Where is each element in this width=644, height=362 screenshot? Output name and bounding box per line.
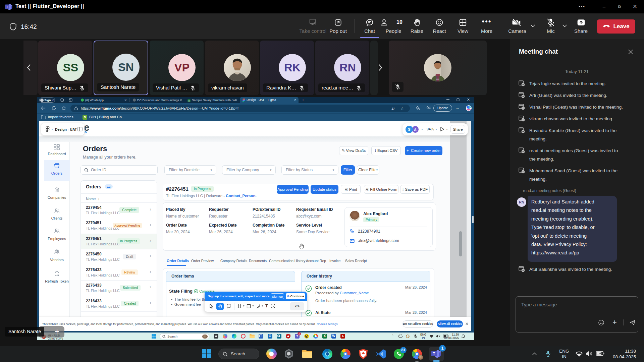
svg-text:T: T xyxy=(433,352,435,356)
svg-text:T: T xyxy=(6,5,8,8)
